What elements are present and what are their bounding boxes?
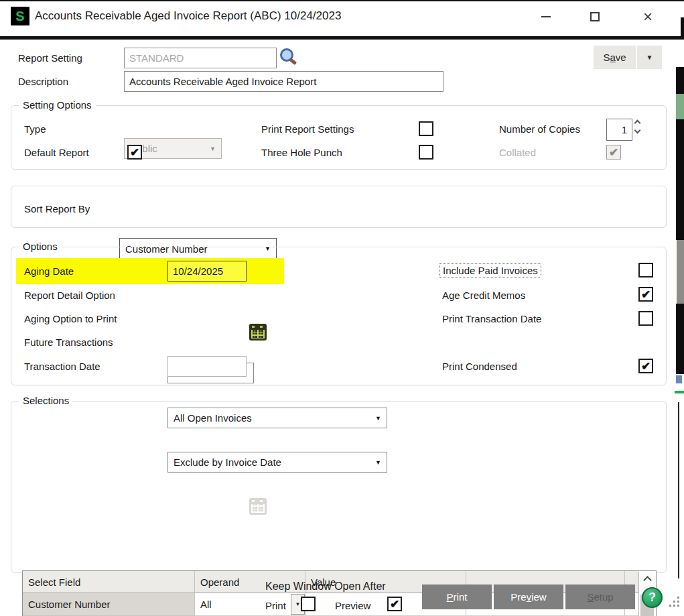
spinner-down-icon[interactable] bbox=[634, 127, 641, 134]
setting-options-group: Setting Options bbox=[11, 105, 667, 170]
aging-option-to-print-label: Aging Option to Print bbox=[24, 313, 117, 324]
background-window-sliver bbox=[681, 17, 684, 38]
aging-date-label: Aging Date bbox=[24, 265, 74, 277]
top-edge-line bbox=[0, 0, 684, 1]
description-label: Description bbox=[18, 76, 68, 87]
three-hole-punch-checkbox[interactable] bbox=[419, 145, 433, 160]
keep-open-preview-checkbox[interactable] bbox=[387, 597, 402, 611]
keep-open-print-checkbox[interactable] bbox=[301, 597, 316, 611]
chevron-down-icon bbox=[646, 54, 653, 61]
background-window-sliver bbox=[676, 304, 684, 374]
background-window-sliver bbox=[675, 391, 684, 393]
background-window-sliver bbox=[676, 67, 684, 94]
chevron-down-icon bbox=[210, 145, 216, 152]
include-paid-invoices-checkbox[interactable] bbox=[638, 263, 653, 278]
number-of-copies-label: Number of Copies bbox=[499, 123, 580, 135]
age-credit-memos-label: Age Credit Memos bbox=[442, 290, 525, 301]
background-window-sliver bbox=[678, 402, 679, 578]
print-condensed-label: Print Condensed bbox=[442, 361, 517, 372]
collated-label: Collated bbox=[499, 147, 536, 158]
maximize-icon bbox=[590, 12, 600, 21]
titlebar-divider-line bbox=[0, 36, 684, 40]
report-setting-input[interactable]: STANDARD bbox=[124, 48, 277, 68]
future-transactions-label: Future Transactions bbox=[24, 336, 113, 348]
minimize-button[interactable] bbox=[535, 8, 557, 25]
column-header-select-field: Select Field bbox=[23, 571, 195, 593]
help-icon[interactable] bbox=[642, 587, 663, 608]
report-detail-option-label: Report Detail Option bbox=[24, 290, 115, 301]
background-window-sliver bbox=[676, 375, 682, 383]
print-report-settings-checkbox[interactable] bbox=[419, 121, 433, 136]
options-legend: Options bbox=[19, 241, 62, 252]
setup-button: Setup bbox=[565, 584, 635, 609]
transaction-date-input[interactable] bbox=[167, 356, 247, 377]
chevron-down-icon bbox=[295, 601, 301, 607]
transaction-date-label: Transaction Date bbox=[24, 361, 100, 372]
sort-report-by-label: Sort Report By bbox=[24, 203, 90, 214]
print-report-settings-label: Print Report Settings bbox=[261, 123, 354, 135]
keep-open-preview-label: Preview bbox=[335, 600, 370, 611]
save-button[interactable]: Save bbox=[594, 46, 636, 69]
type-label: Type bbox=[24, 123, 46, 135]
select-field-cell[interactable]: Customer Number bbox=[23, 593, 195, 616]
keep-open-print-label: Print bbox=[265, 600, 286, 611]
print-condensed-checkbox[interactable] bbox=[638, 359, 653, 373]
background-window-sliver bbox=[677, 240, 684, 304]
lookup-magnifier-icon[interactable] bbox=[279, 48, 298, 67]
copies-spinner[interactable] bbox=[635, 121, 640, 133]
default-report-checkbox[interactable] bbox=[127, 145, 142, 160]
save-dropdown-button[interactable] bbox=[637, 46, 662, 69]
background-window-sliver bbox=[676, 119, 684, 240]
window: S Accounts Receivable Aged Invoice Repor… bbox=[0, 0, 684, 616]
spinner-up-icon[interactable] bbox=[634, 120, 641, 127]
app-icon: S bbox=[11, 7, 29, 25]
calendar-icon[interactable] bbox=[249, 324, 267, 341]
three-hole-punch-label: Three Hole Punch bbox=[261, 147, 342, 158]
number-of-copies-input[interactable]: 1 bbox=[606, 119, 632, 141]
sort-group bbox=[11, 186, 667, 228]
print-transaction-date-label: Print Transaction Date bbox=[442, 313, 541, 324]
chevron-up-icon bbox=[643, 576, 652, 584]
preview-button[interactable]: Preview bbox=[494, 584, 563, 609]
print-transaction-date-checkbox[interactable] bbox=[638, 311, 653, 326]
setting-options-legend: Setting Options bbox=[19, 99, 96, 111]
close-icon: × bbox=[643, 10, 653, 23]
age-credit-memos-checkbox[interactable] bbox=[638, 287, 653, 302]
include-paid-invoices-label: Include Paid Invoices bbox=[439, 263, 541, 278]
minimize-icon bbox=[541, 16, 551, 17]
default-report-label: Default Report bbox=[24, 147, 89, 158]
close-button[interactable]: × bbox=[636, 8, 659, 25]
background-window-sliver bbox=[676, 94, 684, 119]
collated-checkbox bbox=[606, 145, 621, 160]
selections-group: Selections bbox=[11, 401, 667, 573]
resize-grip[interactable] bbox=[668, 595, 681, 609]
maximize-button[interactable] bbox=[584, 8, 606, 25]
report-setting-label: Report Setting bbox=[18, 52, 82, 64]
operand-cell[interactable]: All bbox=[195, 593, 305, 616]
print-button[interactable]: Print bbox=[422, 584, 492, 609]
window-title: Accounts Receivable Aged Invoice Report … bbox=[35, 9, 341, 23]
aging-date-input[interactable]: 10/24/2025 bbox=[167, 261, 247, 282]
keep-window-open-label: Keep Window Open After bbox=[265, 580, 386, 593]
selections-legend: Selections bbox=[19, 395, 73, 406]
description-input[interactable]: Accounts Receivable Aged Invoice Report bbox=[124, 71, 443, 92]
